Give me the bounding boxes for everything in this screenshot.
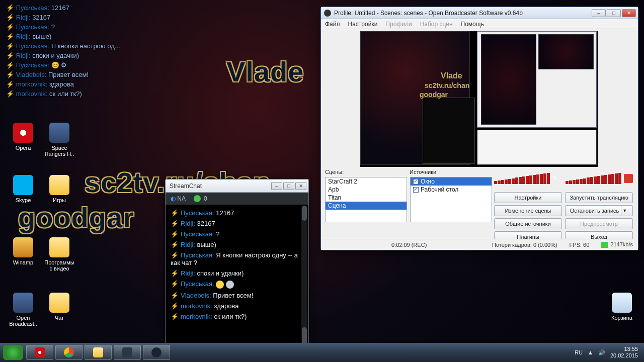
- desktop-icon-space-rangers[interactable]: Space Rangers H..: [43, 123, 75, 157]
- chat-message: ⚡morkovnik: здарова: [171, 301, 303, 311]
- taskbar-app1[interactable]: [114, 345, 141, 360]
- speaker-icon[interactable]: [624, 174, 633, 183]
- chat-message: ⚡Ridji: споки и удачки): [171, 268, 303, 279]
- overlay-line-3: goodgar: [18, 201, 134, 234]
- chat-message: ⚡Vladebels: Привет всем!: [171, 290, 303, 301]
- desktop-icon-games[interactable]: Игры: [43, 175, 75, 203]
- scene-item[interactable]: Titan: [326, 194, 407, 202]
- tray-flag-icon[interactable]: ▲: [588, 349, 593, 355]
- obs-window[interactable]: Profile: Untitled - Scenes: scenes - Ope…: [320, 7, 638, 250]
- bandwidth-icon: [601, 242, 608, 248]
- start-stream-button[interactable]: Запустить трансляцию: [565, 192, 633, 203]
- chat-message: ⚡Пусиськая: ?: [171, 229, 303, 239]
- maximize-button[interactable]: □: [283, 182, 294, 190]
- desktop-icon-chat[interactable]: Чат: [43, 293, 75, 321]
- desktop-icon-obs[interactable]: Open Broadcast..: [7, 293, 39, 327]
- streamchat-messages[interactable]: ⚡Пусиськая: 12167⚡Ridji: 32167⚡Пусиськая…: [166, 205, 308, 354]
- desktop-icon-winamp[interactable]: Winamp: [7, 237, 39, 265]
- scene-item[interactable]: Сцена: [326, 202, 407, 210]
- menu-help[interactable]: Помощь: [461, 21, 484, 28]
- global-sources-button[interactable]: Общие источники: [494, 218, 562, 229]
- streamchat-title: StreamChat: [170, 183, 270, 190]
- chat-message: ⚡Пусиськая: 12167: [171, 208, 303, 218]
- streamchat-window[interactable]: StreamChat – □ ✕ ◐ NA 0 ⚡Пусиськая: 1216…: [165, 179, 309, 355]
- chat-message: ⚡Ridji: выше): [171, 239, 303, 250]
- streamchat-scrollbar[interactable]: [301, 206, 307, 352]
- obs-logo-icon: [324, 10, 331, 17]
- taskbar[interactable]: RU ▲ 🔊 13:5520.02.2015: [0, 343, 644, 362]
- close-button[interactable]: ✕: [295, 182, 306, 190]
- scene-item[interactable]: StarCraft 2: [326, 177, 407, 186]
- taskbar-opera[interactable]: [26, 345, 53, 360]
- tray-clock[interactable]: 13:5520.02.2015: [610, 346, 638, 359]
- chat-message: ⚡morkovnik: ск или тк?): [171, 311, 303, 322]
- minimize-button[interactable]: –: [271, 182, 282, 190]
- taskbar-explorer[interactable]: [85, 345, 112, 360]
- chat-message: ⚡Пусиськая: Я кнопки настрою одну -- а к…: [171, 250, 303, 268]
- obs-preview[interactable]: Vlade sc2tv.ru/chan goodgar: [360, 31, 598, 167]
- streamchat-titlebar[interactable]: StreamChat – □ ✕: [166, 179, 308, 193]
- settings-button[interactable]: Настройки: [494, 192, 562, 203]
- scene-item[interactable]: Apb: [326, 186, 407, 194]
- streamchat-status: ◐ NA 0: [166, 193, 308, 205]
- edit-scene-button[interactable]: Изменение сцены: [494, 205, 562, 216]
- chat-message: ⚡Пусиськая:: [171, 279, 303, 290]
- tray-lang[interactable]: RU: [575, 349, 583, 355]
- status-drop: Потери кадров: 0 (0.00%): [492, 242, 557, 248]
- desktop-icon-programs[interactable]: Программы с видео: [43, 237, 75, 272]
- background-chat-overlay: ⚡ Пусиськая: 12167⚡ Ridji: 32167⚡ Пусись…: [6, 3, 157, 99]
- menu-profiles[interactable]: Профили: [385, 21, 412, 28]
- preview-button[interactable]: Предпросмотр: [565, 218, 633, 229]
- start-button[interactable]: [3, 345, 23, 360]
- obs-menubar[interactable]: Файл Настройки Профили Набор сцен Помощь: [321, 19, 638, 29]
- obs-buttons: Настройки Запустить трансляцию Изменение…: [494, 192, 633, 244]
- overlay-line-1: Vlade: [226, 55, 304, 88]
- source-item[interactable]: Окно: [411, 177, 492, 186]
- menu-file[interactable]: Файл: [325, 21, 340, 28]
- obs-titlebar[interactable]: Profile: Untitled - Scenes: scenes - Ope…: [321, 7, 638, 19]
- status-fps: FPS: 60: [570, 242, 590, 248]
- status-dot-icon: [194, 195, 201, 202]
- taskbar-obs[interactable]: [143, 345, 170, 360]
- menu-settings[interactable]: Настройки: [348, 21, 378, 28]
- desktop-icon-opera[interactable]: Opera: [7, 123, 39, 151]
- label-sources: Источники:: [410, 169, 438, 177]
- menu-scene-collection[interactable]: Набор сцен: [420, 21, 453, 28]
- system-tray[interactable]: RU ▲ 🔊 13:5520.02.2015: [575, 346, 641, 359]
- chat-message: ⚡Ridji: 32167: [171, 218, 303, 229]
- dropdown-icon[interactable]: ▼: [621, 206, 628, 216]
- taskbar-chrome[interactable]: [55, 345, 83, 360]
- desktop-icon-skype[interactable]: Skype: [7, 175, 39, 203]
- tray-volume-icon[interactable]: 🔊: [598, 349, 605, 356]
- mic-edit-icon[interactable]: ✎: [552, 174, 560, 183]
- status-rec: 0:02:09 (REC): [391, 242, 427, 248]
- obs-minimize-button[interactable]: –: [592, 9, 606, 17]
- audio-meters: ✎: [494, 173, 633, 186]
- status-bandwidth: 2147kb/s: [610, 241, 633, 247]
- obs-statusbar: 0:02:09 (REC) Потери кадров: 0 (0.00%) F…: [321, 239, 638, 250]
- obs-title: Profile: Untitled - Scenes: scenes - Ope…: [334, 10, 591, 17]
- source-item[interactable]: Рабочий стол: [411, 186, 492, 194]
- scenes-listbox[interactable]: StarCraft 2ApbTitanСцена: [325, 177, 407, 222]
- desktop-icon-trash[interactable]: Корзина: [606, 293, 638, 321]
- obs-close-button[interactable]: ✕: [622, 9, 636, 17]
- stop-record-button[interactable]: Остановить запись▼: [565, 205, 633, 216]
- label-scenes: Сцены:: [325, 169, 410, 177]
- obs-maximize-button[interactable]: □: [607, 9, 621, 17]
- sources-listbox[interactable]: ОкноРабочий стол: [410, 177, 492, 222]
